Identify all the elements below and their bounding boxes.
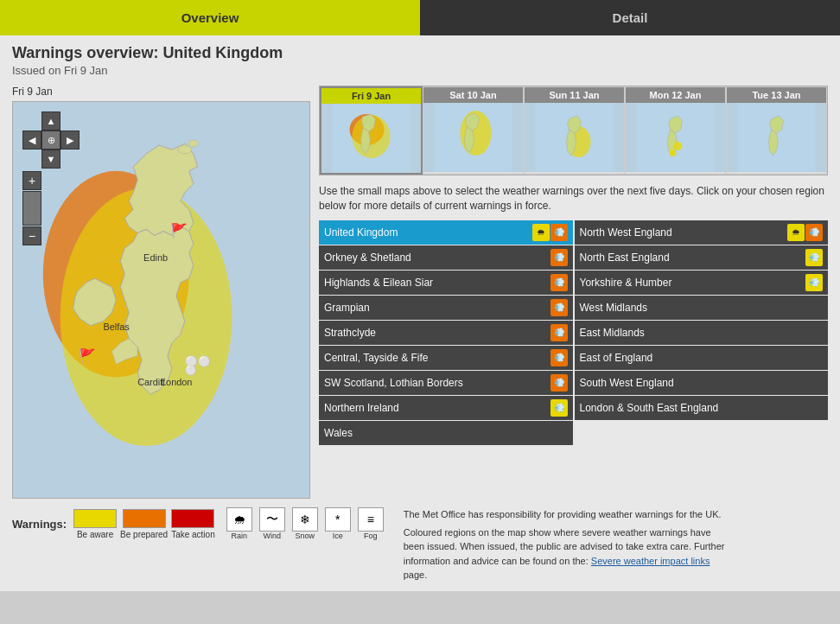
legend-orange: Be prepared (120, 509, 168, 539)
legend-yellow-box (73, 509, 117, 528)
map-date-label: Fri 9 Jan (12, 86, 310, 98)
svg-text:Belfas: Belfas (103, 322, 130, 332)
regions-left-col: United Kingdom 🌧 💨 Orkney & Shetland 💨 (319, 220, 573, 445)
region-sw-scotland-icons: 💨 (550, 374, 568, 392)
legend-yellow-text: Be aware (77, 530, 113, 539)
warn-nw-yellow: 🌧 (787, 224, 805, 241)
nav-up-button[interactable]: ▲ (41, 111, 60, 131)
wind-label: Wind (263, 532, 281, 540)
info-main: The Met Office has responsibility for pr… (404, 507, 732, 522)
nav-left-button[interactable]: ◀ (22, 131, 41, 150)
severe-weather-link[interactable]: Severe weather impact links (591, 556, 710, 566)
ice-label: Ice (333, 532, 343, 540)
bottom-section: Warnings: Be aware Be prepared Take acti… (12, 507, 828, 583)
thumb-tue-map (727, 103, 826, 172)
svg-point-3 (178, 145, 192, 154)
thumb-tue[interactable]: Tue 13 Jan (726, 86, 827, 175)
legend-orange-box (123, 509, 166, 528)
rain-icon: 🌧 (226, 507, 252, 532)
thumb-sun[interactable]: Sun 11 Jan (524, 86, 625, 175)
warn-yellow-icon: 🌧 (532, 224, 550, 241)
region-ne-england[interactable]: North East England 💨 (575, 245, 829, 270)
snow-icon: ❄ (292, 507, 318, 532)
region-grampian-icons: 💨 (550, 299, 568, 316)
zoom-in-button[interactable]: + (22, 171, 41, 190)
tab-overview[interactable]: Overview (0, 0, 420, 35)
info-link-suffix: page. (404, 570, 428, 580)
region-sw-scotland[interactable]: SW Scotland, Lothian Borders 💨 (319, 371, 573, 395)
map-container[interactable]: ▲ ◀ ⊕ ▶ ▼ + − (12, 101, 310, 499)
region-sw-england[interactable]: South West England (575, 371, 829, 395)
rain-label: Rain (231, 532, 247, 540)
info-text-block: The Met Office has responsibility for pr… (404, 507, 732, 583)
region-yorkshire[interactable]: Yorkshire & Humber 💨 (575, 271, 829, 295)
region-highlands[interactable]: Highlands & Eilean Siar 💨 (319, 271, 573, 295)
ice-icon-button[interactable]: * Ice (325, 507, 351, 540)
map-nav: ▲ ◀ ⊕ ▶ ▼ + − (22, 111, 79, 246)
app-container: Overview Detail Warnings overview: Unite… (0, 0, 840, 591)
thumb-fri[interactable]: Fri 9 Jan (320, 86, 423, 175)
thumb-mon[interactable]: Mon 12 Jan (625, 86, 726, 175)
weather-icon-set: 🌧 Rain 〜 Wind ❄ Snow * Ice (224, 507, 386, 540)
region-strathclyde-icons: 💨 (550, 324, 568, 341)
region-london[interactable]: London & South East England (575, 396, 829, 420)
warn-york-yellow: 💨 (805, 274, 823, 291)
nav-center-button[interactable]: ⊕ (41, 131, 60, 150)
region-orkney[interactable]: Orkney & Shetland 💨 (319, 245, 573, 270)
map-section: Fri 9 Jan ▲ ◀ ⊕ ▶ ▼ (12, 86, 310, 499)
content-row: Fri 9 Jan ▲ ◀ ⊕ ▶ ▼ (12, 86, 828, 499)
region-wales[interactable]: Wales (319, 421, 573, 445)
region-ni-icons: 💨 (550, 399, 568, 417)
region-east-england[interactable]: East of England (575, 346, 829, 370)
svg-text:🚩: 🚩 (170, 222, 188, 239)
region-grampian[interactable]: Grampian 💨 (319, 296, 573, 320)
warn-wind2-icon: 💨 (550, 274, 568, 291)
wind-icon-button[interactable]: 〜 Wind (259, 507, 285, 540)
svg-text:⚪: ⚪ (185, 364, 197, 376)
warn-wind-icon: 💨 (550, 249, 568, 266)
svg-point-4 (188, 140, 199, 147)
snow-icon-button[interactable]: ❄ Snow (292, 507, 318, 540)
legend-yellow: Be aware (73, 509, 117, 539)
thumb-sat[interactable]: Sat 10 Jan (423, 86, 524, 175)
ice-icon: * (325, 507, 351, 532)
region-nw-england[interactable]: North West England 🌧 💨 (575, 220, 829, 245)
legend-orange-text: Be prepared (120, 530, 168, 539)
region-northern-ireland[interactable]: Northern Ireland 💨 (319, 396, 573, 420)
main-content: Warnings overview: United Kingdom Issued… (0, 35, 840, 591)
tab-detail[interactable]: Detail (420, 0, 840, 35)
bottom-left: Warnings: Be aware Be prepared Take acti… (12, 507, 386, 540)
region-nw-icons: 🌧 💨 (787, 224, 823, 241)
warn-orange-icon: 💨 (550, 224, 568, 241)
svg-point-21 (674, 142, 683, 150)
zoom-out-button[interactable]: − (22, 226, 41, 245)
legend-red-box (171, 509, 214, 528)
region-central[interactable]: Central, Tayside & Fife 💨 (319, 346, 573, 370)
warnings-label: Warnings: (12, 518, 67, 531)
nav-right-button[interactable]: ▶ (60, 131, 80, 150)
warn-yellow2-icon: 💨 (550, 399, 568, 417)
region-west-midlands[interactable]: West Midlands (575, 296, 829, 320)
regions-right-col: North West England 🌧 💨 North East Englan… (575, 220, 829, 445)
page-subtitle: Issued on Fri 9 Jan (12, 64, 828, 77)
tab-bar: Overview Detail (0, 0, 840, 35)
region-east-midlands[interactable]: East Midlands (575, 321, 829, 345)
fog-icon: ≡ (358, 507, 384, 532)
nav-cross: ▲ ◀ ⊕ ▶ ▼ (22, 111, 79, 168)
region-uk-icons: 🌧 💨 (532, 224, 568, 241)
info-detail: Coloured regions on the map show where s… (404, 525, 732, 583)
fog-icon-button[interactable]: ≡ Fog (358, 507, 384, 540)
nav-down-button[interactable]: ▼ (41, 150, 60, 169)
rain-icon-button[interactable]: 🌧 Rain (226, 507, 252, 540)
region-united-kingdom[interactable]: United Kingdom 🌧 💨 (319, 220, 573, 245)
regions-grid: United Kingdom 🌧 💨 Orkney & Shetland 💨 (319, 220, 828, 445)
legend-red: Take action (171, 509, 215, 539)
right-section: Fri 9 Jan Sat 10 Jan (319, 86, 828, 499)
thumb-tue-label: Tue 13 Jan (727, 87, 826, 103)
region-strathclyde[interactable]: Strathclyde 💨 (319, 321, 573, 345)
zoom-slider[interactable] (22, 191, 41, 226)
thumb-fri-label: Fri 9 Jan (321, 88, 421, 104)
warn-wind4-icon: 💨 (550, 324, 568, 341)
page-title: Warnings overview: United Kingdom (12, 44, 828, 62)
thumb-sun-map (525, 103, 624, 172)
